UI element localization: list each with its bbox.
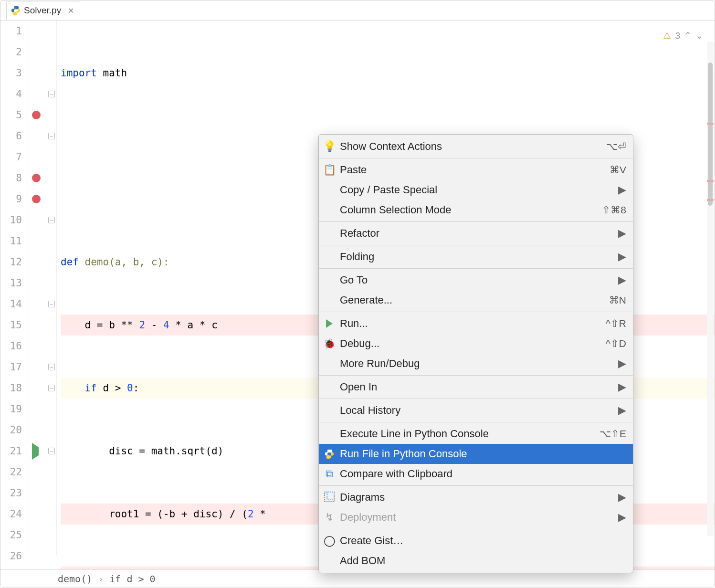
context-menu: 💡Show Context Actions⌥⏎ 📋Paste⌘V Copy / … bbox=[318, 134, 633, 573]
error-stripe[interactable] bbox=[707, 180, 714, 182]
line-number: 21 bbox=[0, 441, 22, 462]
file-tab[interactable]: Solver.py ✕ bbox=[6, 1, 79, 20]
breadcrumb-item[interactable]: if d > 0 bbox=[109, 573, 155, 585]
line-number: 7 bbox=[0, 147, 22, 168]
menu-refactor[interactable]: Refactor▶ bbox=[319, 223, 633, 243]
menu-run[interactable]: Run...^⇧R bbox=[319, 314, 633, 334]
breakpoint-icon[interactable] bbox=[32, 111, 41, 119]
submenu-arrow-icon: ▶ bbox=[618, 404, 626, 417]
breakpoint-icon[interactable] bbox=[32, 195, 41, 203]
next-highlight-icon[interactable]: ⌄ bbox=[695, 30, 703, 41]
submenu-arrow-icon: ▶ bbox=[618, 381, 626, 393]
line-number: 17 bbox=[0, 357, 22, 378]
submenu-arrow-icon: ▶ bbox=[618, 184, 626, 196]
run-gutter-icon[interactable] bbox=[32, 447, 39, 456]
python-icon bbox=[324, 449, 335, 459]
menu-local-history[interactable]: Local History▶ bbox=[319, 400, 633, 420]
fold-toggle-icon[interactable]: − bbox=[48, 133, 55, 139]
menu-add-bom[interactable]: Add BOM bbox=[319, 551, 633, 571]
fold-toggle-icon[interactable]: − bbox=[48, 364, 55, 370]
line-number: 22 bbox=[0, 462, 22, 483]
line-number-gutter: 1234567891011121314151617181920212223242… bbox=[0, 21, 28, 555]
submenu-arrow-icon: ▶ bbox=[618, 251, 626, 263]
menu-create-gist[interactable]: ◯Create Gist… bbox=[319, 531, 633, 551]
diff-icon: ⧉ bbox=[324, 468, 335, 480]
warning-count: 3 bbox=[675, 31, 680, 41]
line-number: 2 bbox=[0, 42, 22, 63]
menu-show-context-actions[interactable]: 💡Show Context Actions⌥⏎ bbox=[319, 136, 633, 157]
submenu-arrow-icon: ▶ bbox=[618, 274, 626, 286]
error-stripe[interactable] bbox=[707, 199, 714, 201]
line-number: 11 bbox=[0, 231, 22, 252]
error-stripe[interactable] bbox=[707, 123, 714, 125]
menu-execute-line[interactable]: Execute Line in Python Console⌥⇧E bbox=[319, 424, 633, 444]
line-number: 25 bbox=[0, 525, 22, 546]
fold-gutter[interactable]: −−−−−−− bbox=[47, 21, 57, 555]
line-number: 13 bbox=[0, 273, 22, 294]
fold-toggle-icon[interactable]: − bbox=[48, 385, 55, 391]
menu-copy-paste-special[interactable]: Copy / Paste Special▶ bbox=[319, 180, 633, 200]
line-number: 19 bbox=[0, 399, 22, 420]
line-number: 10 bbox=[0, 210, 22, 231]
fold-toggle-icon[interactable]: − bbox=[48, 448, 55, 454]
bug-icon: 🐞 bbox=[324, 338, 335, 349]
warning-icon: ⚠ bbox=[663, 30, 671, 41]
line-number: 24 bbox=[0, 504, 22, 525]
scrollbar-thumb[interactable] bbox=[708, 63, 713, 206]
tab-bar: Solver.py ✕ bbox=[0, 0, 715, 21]
line-number: 20 bbox=[0, 420, 22, 441]
line-number: 26 bbox=[0, 546, 22, 567]
line-number: 18 bbox=[0, 378, 22, 399]
line-number: 5 bbox=[0, 105, 22, 126]
scrollbar[interactable] bbox=[707, 42, 714, 536]
menu-more-run-debug[interactable]: More Run/Debug▶ bbox=[319, 354, 633, 374]
breadcrumb-item[interactable]: demo() bbox=[58, 573, 92, 585]
deploy-icon: ↯ bbox=[324, 511, 335, 524]
python-file-icon bbox=[11, 5, 21, 16]
line-number: 15 bbox=[0, 315, 22, 336]
line-number: 3 bbox=[0, 63, 22, 84]
fold-toggle-icon[interactable]: − bbox=[48, 217, 55, 223]
menu-goto[interactable]: Go To▶ bbox=[319, 270, 633, 290]
inspection-widget[interactable]: ⚠ 3 ⌃ ⌄ bbox=[663, 30, 703, 41]
run-icon bbox=[324, 319, 335, 328]
line-number: 4 bbox=[0, 84, 22, 105]
menu-open-in[interactable]: Open In▶ bbox=[319, 377, 633, 397]
menu-generate[interactable]: Generate...⌘N bbox=[319, 290, 633, 310]
fold-toggle-icon[interactable]: − bbox=[48, 91, 55, 97]
submenu-arrow-icon: ▶ bbox=[618, 357, 626, 370]
line-number: 23 bbox=[0, 483, 22, 504]
line-number: 9 bbox=[0, 189, 22, 210]
line-number: 16 bbox=[0, 336, 22, 357]
clipboard-icon: 📋 bbox=[324, 164, 335, 176]
submenu-arrow-icon: ▶ bbox=[618, 491, 626, 504]
prev-highlight-icon[interactable]: ⌃ bbox=[684, 30, 692, 41]
bulb-icon: 💡 bbox=[324, 140, 335, 153]
menu-run-file-in-console[interactable]: Run File in Python Console bbox=[319, 444, 633, 464]
diagram-icon: ⿺ bbox=[324, 491, 335, 504]
submenu-arrow-icon: ▶ bbox=[618, 227, 626, 240]
menu-paste[interactable]: 📋Paste⌘V bbox=[319, 160, 633, 180]
line-number: 8 bbox=[0, 168, 22, 189]
fold-toggle-icon[interactable]: − bbox=[48, 301, 55, 307]
menu-compare-clipboard[interactable]: ⧉Compare with Clipboard bbox=[319, 464, 633, 484]
breakpoint-icon[interactable] bbox=[32, 174, 41, 182]
github-icon: ◯ bbox=[324, 535, 335, 547]
line-number: 14 bbox=[0, 294, 22, 315]
menu-deployment: ↯Deployment▶ bbox=[319, 507, 633, 527]
menu-diagrams[interactable]: ⿺Diagrams▶ bbox=[319, 487, 633, 507]
chevron-right-icon: › bbox=[98, 573, 104, 585]
submenu-arrow-icon: ▶ bbox=[618, 511, 626, 524]
close-icon[interactable]: ✕ bbox=[68, 6, 74, 15]
line-number: 6 bbox=[0, 126, 22, 147]
menu-debug[interactable]: 🐞Debug...^⇧D bbox=[319, 334, 633, 354]
menu-column-selection[interactable]: Column Selection Mode⇧⌘8 bbox=[319, 200, 633, 220]
breakpoint-gutter[interactable] bbox=[28, 21, 47, 555]
line-number: 12 bbox=[0, 252, 22, 273]
line-number: 1 bbox=[0, 21, 22, 42]
menu-folding[interactable]: Folding▶ bbox=[319, 247, 633, 267]
tab-label: Solver.py bbox=[24, 5, 61, 16]
